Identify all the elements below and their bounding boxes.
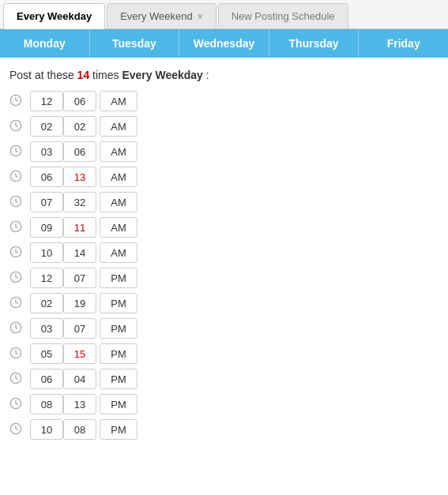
- hour-select[interactable]: 010203040506070809101112: [30, 141, 63, 162]
- tab-every-weekday[interactable]: Every Weekday: [3, 3, 105, 29]
- time-inputs: 0102030405060708091011120001020304050607…: [30, 192, 137, 212]
- clock-icon: [9, 422, 24, 437]
- day-tuesday[interactable]: Tuesday: [90, 29, 180, 58]
- hour-select[interactable]: 010203040506070809101112: [30, 369, 63, 389]
- day-header: Monday Tuesday Wednesday Thursday Friday: [0, 29, 448, 58]
- minute-select[interactable]: 0001020304050607080910111213141516171819…: [63, 167, 96, 187]
- post-label-suffix: :: [203, 69, 209, 81]
- minute-select[interactable]: 0001020304050607080910111213141516171819…: [63, 217, 96, 238]
- time-row: 0102030405060708091011120001020304050607…: [9, 242, 439, 263]
- time-inputs: 0102030405060708091011120001020304050607…: [30, 141, 137, 162]
- clock-icon: [9, 170, 24, 184]
- hour-select[interactable]: 010203040506070809101112: [30, 268, 63, 288]
- post-label-prefix: Post at these: [9, 69, 77, 81]
- clock-icon: [9, 397, 24, 411]
- time-inputs: 0102030405060708091011120001020304050607…: [30, 419, 137, 440]
- time-inputs: 0102030405060708091011120001020304050607…: [30, 318, 137, 339]
- time-row: 0102030405060708091011120001020304050607…: [9, 293, 439, 313]
- time-inputs: 0102030405060708091011120001020304050607…: [30, 394, 137, 414]
- ampm-select[interactable]: AMPM: [100, 116, 137, 137]
- post-schedule: Every Weekday: [122, 69, 202, 81]
- minute-select[interactable]: 0001020304050607080910111213141516171819…: [63, 116, 96, 137]
- hour-select[interactable]: 010203040506070809101112: [30, 419, 63, 440]
- time-inputs: 0102030405060708091011120001020304050607…: [30, 116, 137, 137]
- clock-icon: [9, 94, 24, 108]
- ampm-select[interactable]: AMPM: [100, 394, 137, 414]
- ampm-select[interactable]: AMPM: [100, 242, 137, 263]
- hour-select[interactable]: 010203040506070809101112: [30, 217, 63, 238]
- clock-icon: [9, 195, 24, 209]
- minute-select[interactable]: 0001020304050607080910111213141516171819…: [63, 242, 96, 263]
- clock-icon: [9, 321, 24, 336]
- day-wednesday[interactable]: Wednesday: [179, 29, 269, 58]
- ampm-select[interactable]: AMPM: [100, 343, 137, 364]
- hour-select[interactable]: 010203040506070809101112: [30, 91, 63, 111]
- minute-select[interactable]: 0001020304050607080910111213141516171819…: [63, 141, 96, 162]
- clock-icon: [9, 372, 24, 386]
- time-row: 0102030405060708091011120001020304050607…: [9, 343, 439, 364]
- time-row: 0102030405060708091011120001020304050607…: [9, 394, 439, 414]
- minute-select[interactable]: 0001020304050607080910111213141516171819…: [63, 419, 96, 440]
- hour-select[interactable]: 010203040506070809101112: [30, 192, 63, 212]
- tab-every-weekend-close[interactable]: ×: [198, 11, 203, 22]
- ampm-select[interactable]: AMPM: [100, 268, 137, 288]
- time-inputs: 0102030405060708091011120001020304050607…: [30, 217, 137, 238]
- ampm-select[interactable]: AMPM: [100, 369, 137, 389]
- minute-select[interactable]: 0001020304050607080910111213141516171819…: [63, 268, 96, 288]
- time-row: 0102030405060708091011120001020304050607…: [9, 192, 439, 212]
- time-inputs: 0102030405060708091011120001020304050607…: [30, 293, 137, 313]
- clock-icon: [9, 246, 24, 260]
- tab-every-weekend-label: Every Weekend: [120, 10, 193, 22]
- ampm-select[interactable]: AMPM: [100, 141, 137, 162]
- hour-select[interactable]: 010203040506070809101112: [30, 394, 63, 414]
- tab-every-weekday-label: Every Weekday: [17, 10, 92, 22]
- time-row: 0102030405060708091011120001020304050607…: [9, 318, 439, 339]
- post-label-middle: times: [89, 69, 122, 81]
- time-inputs: 0102030405060708091011120001020304050607…: [30, 242, 137, 263]
- clock-icon: [9, 220, 24, 234]
- clock-icon: [9, 271, 24, 285]
- minute-select[interactable]: 0001020304050607080910111213141516171819…: [63, 369, 96, 389]
- hour-select[interactable]: 010203040506070809101112: [30, 242, 63, 263]
- ampm-select[interactable]: AMPM: [100, 217, 137, 238]
- tab-new-posting[interactable]: New Posting Schedule: [218, 3, 348, 28]
- tab-bar: Every Weekday Every Weekend × New Postin…: [0, 0, 448, 29]
- time-inputs: 0102030405060708091011120001020304050607…: [30, 91, 137, 111]
- ampm-select[interactable]: AMPM: [100, 318, 137, 339]
- time-row: 0102030405060708091011120001020304050607…: [9, 91, 439, 111]
- day-thursday[interactable]: Thursday: [269, 29, 360, 58]
- time-inputs: 0102030405060708091011120001020304050607…: [30, 369, 137, 389]
- clock-icon: [9, 144, 24, 159]
- minute-select[interactable]: 0001020304050607080910111213141516171819…: [63, 318, 96, 339]
- content-area: Post at these 14 times Every Weekday : 0…: [0, 58, 448, 452]
- day-monday[interactable]: Monday: [0, 29, 90, 58]
- ampm-select[interactable]: AMPM: [100, 419, 137, 440]
- clock-icon: [9, 347, 24, 361]
- hour-select[interactable]: 010203040506070809101112: [30, 167, 63, 187]
- time-row: 0102030405060708091011120001020304050607…: [9, 141, 439, 162]
- minute-select[interactable]: 0001020304050607080910111213141516171819…: [63, 91, 96, 111]
- minute-select[interactable]: 0001020304050607080910111213141516171819…: [63, 192, 96, 212]
- time-row: 0102030405060708091011120001020304050607…: [9, 419, 439, 440]
- hour-select[interactable]: 010203040506070809101112: [30, 116, 63, 137]
- post-label: Post at these 14 times Every Weekday :: [9, 69, 439, 81]
- minute-select[interactable]: 0001020304050607080910111213141516171819…: [63, 394, 96, 414]
- day-friday[interactable]: Friday: [359, 29, 448, 58]
- time-row: 0102030405060708091011120001020304050607…: [9, 116, 439, 137]
- clock-icon: [9, 296, 24, 310]
- ampm-select[interactable]: AMPM: [100, 293, 137, 313]
- hour-select[interactable]: 010203040506070809101112: [30, 318, 63, 339]
- time-row: 0102030405060708091011120001020304050607…: [9, 167, 439, 187]
- hour-select[interactable]: 010203040506070809101112: [30, 343, 63, 364]
- time-inputs: 0102030405060708091011120001020304050607…: [30, 343, 137, 364]
- time-row: 0102030405060708091011120001020304050607…: [9, 217, 439, 238]
- clock-icon: [9, 119, 24, 133]
- tab-every-weekend[interactable]: Every Weekend ×: [107, 3, 216, 28]
- ampm-select[interactable]: AMPM: [100, 167, 137, 187]
- minute-select[interactable]: 0001020304050607080910111213141516171819…: [63, 343, 96, 364]
- ampm-select[interactable]: AMPM: [100, 91, 137, 111]
- minute-select[interactable]: 0001020304050607080910111213141516171819…: [63, 293, 96, 313]
- time-row: 0102030405060708091011120001020304050607…: [9, 369, 439, 389]
- ampm-select[interactable]: AMPM: [100, 192, 137, 212]
- hour-select[interactable]: 010203040506070809101112: [30, 293, 63, 313]
